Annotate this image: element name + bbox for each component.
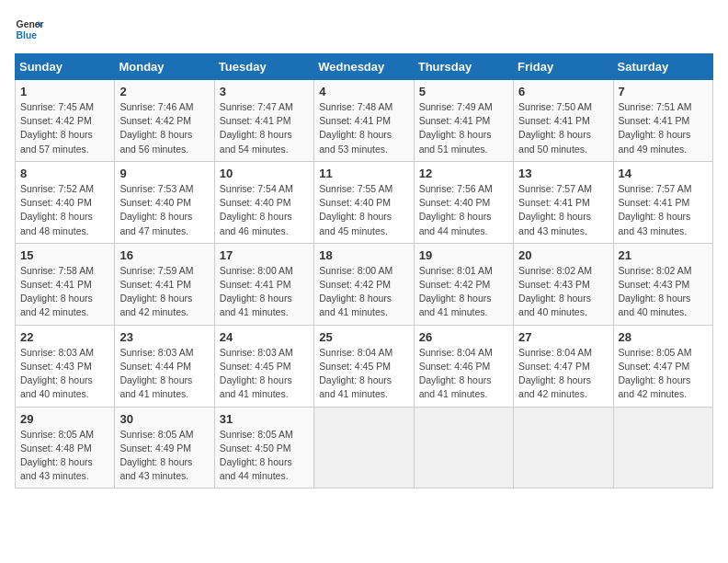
day-number: 2	[119, 85, 209, 98]
calendar-week-row: 22Sunrise: 8:03 AMSunset: 4:43 PMDayligh…	[16, 325, 713, 407]
calendar-cell	[613, 407, 712, 488]
day-info: Sunrise: 7:51 AMSunset: 4:41 PMDaylight:…	[619, 100, 708, 156]
calendar-cell: 4Sunrise: 7:48 AMSunset: 4:41 PMDaylight…	[314, 80, 414, 162]
day-number: 30	[119, 412, 209, 426]
calendar-table: SundayMondayTuesdayWednesdayThursdayFrid…	[15, 53, 713, 488]
calendar-cell: 18Sunrise: 8:00 AMSunset: 4:42 PMDayligh…	[314, 243, 414, 325]
day-info: Sunrise: 8:05 AMSunset: 4:50 PMDaylight:…	[220, 428, 309, 484]
day-info: Sunrise: 7:49 AMSunset: 4:41 PMDaylight:…	[419, 100, 508, 156]
day-info: Sunrise: 8:02 AMSunset: 4:43 PMDaylight:…	[518, 264, 608, 320]
day-info: Sunrise: 8:05 AMSunset: 4:49 PMDaylight:…	[119, 428, 209, 484]
day-info: Sunrise: 7:47 AMSunset: 4:41 PMDaylight:…	[220, 100, 309, 156]
weekday-header: Saturday	[613, 54, 712, 80]
calendar-cell: 19Sunrise: 8:01 AMSunset: 4:42 PMDayligh…	[414, 243, 513, 325]
calendar-cell: 22Sunrise: 8:03 AMSunset: 4:43 PMDayligh…	[16, 325, 115, 407]
day-number: 21	[619, 248, 708, 262]
calendar-cell: 23Sunrise: 8:03 AMSunset: 4:44 PMDayligh…	[115, 325, 214, 407]
calendar-cell: 17Sunrise: 8:00 AMSunset: 4:41 PMDayligh…	[214, 243, 313, 325]
day-info: Sunrise: 7:59 AMSunset: 4:41 PMDaylight:…	[119, 264, 209, 320]
weekday-header: Thursday	[414, 54, 513, 80]
calendar-cell: 8Sunrise: 7:52 AMSunset: 4:40 PMDaylight…	[16, 161, 115, 243]
day-number: 3	[220, 85, 309, 98]
day-info: Sunrise: 8:05 AMSunset: 4:48 PMDaylight:…	[20, 428, 109, 484]
day-info: Sunrise: 7:52 AMSunset: 4:40 PMDaylight:…	[20, 182, 109, 238]
day-number: 8	[20, 167, 109, 180]
day-info: Sunrise: 7:53 AMSunset: 4:40 PMDaylight:…	[119, 182, 209, 238]
day-number: 18	[319, 248, 408, 262]
page-header: General Blue	[15, 15, 713, 44]
weekday-header: Wednesday	[314, 54, 414, 80]
day-number: 17	[220, 248, 309, 262]
calendar-cell: 6Sunrise: 7:50 AMSunset: 4:41 PMDaylight…	[514, 80, 613, 162]
day-number: 25	[319, 330, 408, 344]
day-info: Sunrise: 8:00 AMSunset: 4:42 PMDaylight:…	[319, 264, 408, 320]
calendar-cell: 20Sunrise: 8:02 AMSunset: 4:43 PMDayligh…	[514, 243, 613, 325]
calendar-header-row: SundayMondayTuesdayWednesdayThursdayFrid…	[16, 54, 713, 80]
logo: General Blue	[15, 15, 48, 44]
day-number: 28	[619, 330, 708, 344]
day-number: 4	[319, 85, 408, 98]
day-info: Sunrise: 8:04 AMSunset: 4:47 PMDaylight:…	[518, 346, 608, 402]
day-info: Sunrise: 8:03 AMSunset: 4:45 PMDaylight:…	[220, 346, 309, 402]
day-info: Sunrise: 7:48 AMSunset: 4:41 PMDaylight:…	[319, 100, 408, 156]
day-info: Sunrise: 8:00 AMSunset: 4:41 PMDaylight:…	[220, 264, 309, 320]
calendar-cell: 10Sunrise: 7:54 AMSunset: 4:40 PMDayligh…	[214, 161, 313, 243]
day-number: 31	[220, 412, 309, 426]
svg-text:Blue: Blue	[17, 30, 38, 40]
calendar-cell: 28Sunrise: 8:05 AMSunset: 4:47 PMDayligh…	[613, 325, 712, 407]
calendar-cell: 31Sunrise: 8:05 AMSunset: 4:50 PMDayligh…	[214, 407, 313, 488]
calendar-cell: 9Sunrise: 7:53 AMSunset: 4:40 PMDaylight…	[115, 161, 214, 243]
day-number: 9	[119, 167, 209, 180]
calendar-cell: 30Sunrise: 8:05 AMSunset: 4:49 PMDayligh…	[115, 407, 214, 488]
calendar-cell	[314, 407, 414, 488]
calendar-cell: 1Sunrise: 7:45 AMSunset: 4:42 PMDaylight…	[16, 80, 115, 162]
calendar-cell: 25Sunrise: 8:04 AMSunset: 4:45 PMDayligh…	[314, 325, 414, 407]
day-info: Sunrise: 8:04 AMSunset: 4:46 PMDaylight:…	[419, 346, 508, 402]
calendar-cell: 14Sunrise: 7:57 AMSunset: 4:41 PMDayligh…	[613, 161, 712, 243]
weekday-header: Sunday	[16, 54, 115, 80]
calendar-cell: 21Sunrise: 8:02 AMSunset: 4:43 PMDayligh…	[613, 243, 712, 325]
calendar-cell: 2Sunrise: 7:46 AMSunset: 4:42 PMDaylight…	[115, 80, 214, 162]
calendar-cell: 3Sunrise: 7:47 AMSunset: 4:41 PMDaylight…	[214, 80, 313, 162]
day-number: 23	[119, 330, 209, 344]
calendar-cell: 7Sunrise: 7:51 AMSunset: 4:41 PMDaylight…	[613, 80, 712, 162]
calendar-cell: 27Sunrise: 8:04 AMSunset: 4:47 PMDayligh…	[514, 325, 613, 407]
calendar-cell: 13Sunrise: 7:57 AMSunset: 4:41 PMDayligh…	[514, 161, 613, 243]
day-number: 27	[518, 330, 608, 344]
day-number: 15	[20, 248, 109, 262]
day-number: 29	[20, 412, 109, 426]
calendar-cell: 29Sunrise: 8:05 AMSunset: 4:48 PMDayligh…	[16, 407, 115, 488]
day-number: 24	[220, 330, 309, 344]
calendar-week-row: 29Sunrise: 8:05 AMSunset: 4:48 PMDayligh…	[16, 407, 713, 488]
day-number: 13	[518, 167, 608, 180]
day-info: Sunrise: 7:45 AMSunset: 4:42 PMDaylight:…	[20, 100, 109, 156]
day-info: Sunrise: 8:04 AMSunset: 4:45 PMDaylight:…	[319, 346, 408, 402]
calendar-cell: 16Sunrise: 7:59 AMSunset: 4:41 PMDayligh…	[115, 243, 214, 325]
day-info: Sunrise: 8:01 AMSunset: 4:42 PMDaylight:…	[419, 264, 508, 320]
calendar-cell	[414, 407, 513, 488]
day-info: Sunrise: 7:55 AMSunset: 4:40 PMDaylight:…	[319, 182, 408, 238]
day-info: Sunrise: 8:03 AMSunset: 4:43 PMDaylight:…	[20, 346, 109, 402]
day-number: 12	[419, 167, 508, 180]
day-info: Sunrise: 7:46 AMSunset: 4:42 PMDaylight:…	[119, 100, 209, 156]
calendar-cell: 15Sunrise: 7:58 AMSunset: 4:41 PMDayligh…	[16, 243, 115, 325]
logo-icon: General Blue	[15, 15, 44, 44]
calendar-cell: 26Sunrise: 8:04 AMSunset: 4:46 PMDayligh…	[414, 325, 513, 407]
weekday-header: Tuesday	[214, 54, 313, 80]
day-number: 19	[419, 248, 508, 262]
day-info: Sunrise: 7:58 AMSunset: 4:41 PMDaylight:…	[20, 264, 109, 320]
day-number: 5	[419, 85, 508, 98]
day-info: Sunrise: 8:03 AMSunset: 4:44 PMDaylight:…	[119, 346, 209, 402]
calendar-week-row: 8Sunrise: 7:52 AMSunset: 4:40 PMDaylight…	[16, 161, 713, 243]
day-number: 16	[119, 248, 209, 262]
calendar-cell: 11Sunrise: 7:55 AMSunset: 4:40 PMDayligh…	[314, 161, 414, 243]
day-info: Sunrise: 7:57 AMSunset: 4:41 PMDaylight:…	[518, 182, 608, 238]
day-number: 20	[518, 248, 608, 262]
day-number: 26	[419, 330, 508, 344]
day-info: Sunrise: 7:54 AMSunset: 4:40 PMDaylight:…	[220, 182, 309, 238]
weekday-header: Monday	[115, 54, 214, 80]
calendar-cell: 5Sunrise: 7:49 AMSunset: 4:41 PMDaylight…	[414, 80, 513, 162]
day-number: 6	[518, 85, 608, 98]
day-number: 1	[20, 85, 109, 98]
day-info: Sunrise: 8:05 AMSunset: 4:47 PMDaylight:…	[619, 346, 708, 402]
